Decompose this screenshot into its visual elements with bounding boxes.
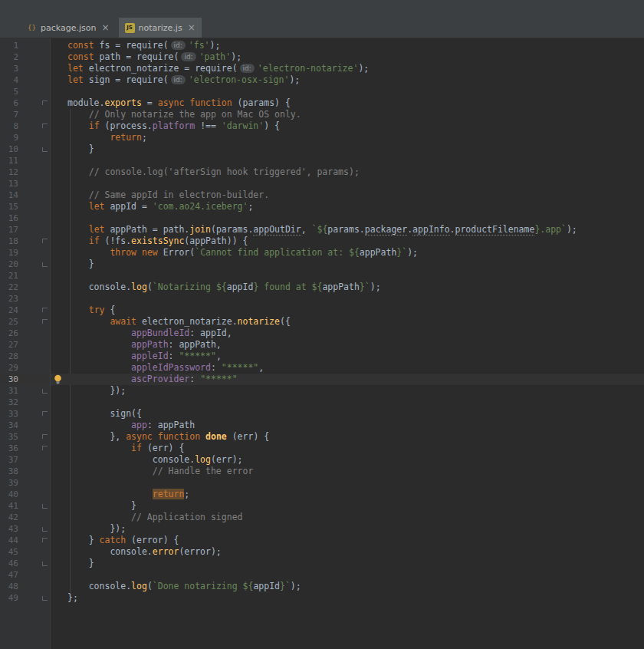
gutter-row[interactable]: 44 <box>0 535 50 546</box>
line-number[interactable]: 24 <box>0 305 18 316</box>
gutter-row[interactable]: 33 <box>0 408 50 420</box>
code-line[interactable]: appleId: "*****", <box>51 351 644 362</box>
code-line[interactable]: } <box>51 259 644 270</box>
line-number[interactable]: 8 <box>0 120 18 132</box>
code-line[interactable]: try { <box>51 305 644 316</box>
gutter-row[interactable]: 18 <box>0 236 50 247</box>
gutter-row[interactable]: 48 <box>0 581 50 592</box>
line-number[interactable]: 16 <box>0 212 18 224</box>
line-number[interactable]: 3 <box>0 63 18 74</box>
gutter-row[interactable]: 7 <box>0 109 50 120</box>
code-line[interactable] <box>51 270 644 282</box>
line-number[interactable]: 13 <box>0 178 18 189</box>
code-line[interactable]: let sign = require(id:'electron-osx-sign… <box>51 74 644 86</box>
fold-start-marker[interactable] <box>39 408 50 420</box>
code-line[interactable]: }); <box>51 385 644 397</box>
gutter-row[interactable]: 3 <box>0 63 50 74</box>
gutter-row[interactable]: 13 <box>0 178 50 189</box>
line-number[interactable]: 35 <box>0 431 18 443</box>
line-number[interactable]: 20 <box>0 259 18 270</box>
line-number[interactable]: 42 <box>0 512 18 523</box>
code-line[interactable]: appBundleId: appId, <box>51 328 644 339</box>
fold-end-marker[interactable] <box>39 259 50 270</box>
code-line[interactable]: appPath: appPath, <box>51 339 644 351</box>
gutter-row[interactable]: 25 <box>0 316 50 328</box>
code-line[interactable]: let appPath = path.join(params.appOutDir… <box>51 224 644 236</box>
fold-start-marker[interactable] <box>39 305 50 316</box>
tab-notarize-js[interactable]: JS notarize.js × <box>119 18 202 38</box>
code-line[interactable]: } <box>51 558 644 569</box>
gutter-row[interactable]: 22 <box>0 282 50 293</box>
line-number[interactable]: 41 <box>0 500 18 512</box>
code-line[interactable]: if (process.platform !== 'darwin') { <box>51 120 644 132</box>
gutter-row[interactable]: 38 <box>0 466 50 477</box>
fold-start-marker[interactable] <box>39 316 50 328</box>
line-number[interactable]: 4 <box>0 74 18 86</box>
code-line[interactable]: } catch (error) { <box>51 535 644 546</box>
gutter-row[interactable]: 14 <box>0 189 50 201</box>
gutter-row[interactable]: 37 <box>0 454 50 466</box>
code-line[interactable]: // console.log('afterSign hook triggered… <box>51 166 644 178</box>
line-number[interactable]: 43 <box>0 523 18 535</box>
gutter-row[interactable]: 36 <box>0 443 50 454</box>
code-line[interactable]: return; <box>51 489 644 500</box>
fold-start-marker[interactable] <box>39 443 50 454</box>
line-number[interactable]: 30 <box>0 374 18 385</box>
code-line[interactable]: console.error(error); <box>51 546 644 558</box>
line-number[interactable]: 29 <box>0 362 18 374</box>
line-number[interactable]: 21 <box>0 270 18 282</box>
gutter-row[interactable]: 19 <box>0 247 50 259</box>
code-line[interactable]: // Handle the error <box>51 466 644 477</box>
code-line[interactable]: } <box>51 500 644 512</box>
fold-start-marker[interactable] <box>39 431 50 443</box>
code-line[interactable] <box>51 397 644 408</box>
gutter-row[interactable]: 32 <box>0 397 50 408</box>
gutter-row[interactable]: 20 <box>0 259 50 270</box>
gutter-row[interactable]: 47 <box>0 569 50 581</box>
fold-start-marker[interactable] <box>39 120 50 132</box>
line-number[interactable]: 36 <box>0 443 18 454</box>
line-number[interactable]: 47 <box>0 569 18 581</box>
line-number[interactable]: 40 <box>0 489 18 500</box>
code-line[interactable]: // Application signed <box>51 512 644 523</box>
code-line[interactable] <box>51 212 644 224</box>
code-line[interactable]: console.log(`Notarizing ${appId} found a… <box>51 282 644 293</box>
line-number[interactable]: 37 <box>0 454 18 466</box>
fold-end-marker[interactable] <box>39 592 50 604</box>
tab-package-json[interactable]: {} package.json × <box>21 18 116 38</box>
gutter-row[interactable]: 35 <box>0 431 50 443</box>
gutter-row[interactable]: 2 <box>0 51 50 63</box>
intention-bulb-icon[interactable] <box>53 374 63 385</box>
code-line[interactable]: } <box>51 143 644 155</box>
code-line[interactable]: let appId = 'com.ao24.iceberg'; <box>51 201 644 212</box>
line-number[interactable]: 9 <box>0 132 18 143</box>
line-number[interactable]: 39 <box>0 477 18 489</box>
fold-end-marker[interactable] <box>39 385 50 397</box>
code-line[interactable]: appleIdPassword: "*****", <box>51 362 644 374</box>
code-line[interactable] <box>51 178 644 189</box>
line-number[interactable]: 28 <box>0 351 18 362</box>
line-number[interactable]: 15 <box>0 201 18 212</box>
fold-end-marker[interactable] <box>39 523 50 535</box>
code-line[interactable]: }; <box>51 592 644 604</box>
code-line[interactable]: console.log(err); <box>51 454 644 466</box>
code-line[interactable] <box>51 86 644 97</box>
gutter-row[interactable]: 1 <box>0 40 50 51</box>
line-number[interactable]: 34 <box>0 420 18 431</box>
code-line[interactable]: app: appPath <box>51 420 644 431</box>
gutter-row[interactable]: 34 <box>0 420 50 431</box>
code-line[interactable]: module.exports = async function (params)… <box>51 97 644 109</box>
gutter-row[interactable]: 6 <box>0 97 50 109</box>
gutter-row[interactable]: 42 <box>0 512 50 523</box>
gutter-row[interactable]: 45 <box>0 546 50 558</box>
code-line[interactable]: }); <box>51 523 644 535</box>
line-number[interactable]: 45 <box>0 546 18 558</box>
line-number[interactable]: 12 <box>0 166 18 178</box>
line-number[interactable]: 33 <box>0 408 18 420</box>
line-number[interactable]: 23 <box>0 293 18 305</box>
code-line[interactable]: if (!fs.existsSync(appPath)) { <box>51 236 644 247</box>
line-number[interactable]: 1 <box>0 40 18 51</box>
gutter-row[interactable]: 21 <box>0 270 50 282</box>
tab-close-icon[interactable]: × <box>188 22 196 33</box>
tab-close-icon[interactable]: × <box>101 22 109 33</box>
